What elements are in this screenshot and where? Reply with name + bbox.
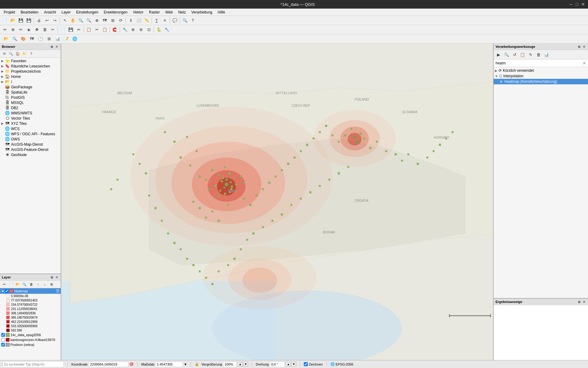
close-button[interactable]: ✕ xyxy=(581,2,586,7)
map-area[interactable]: FRANCE CZECH REP. POLAND SLOVAKIA HUNGAR… xyxy=(61,44,493,360)
layer-item-0[interactable]: 14c_data_epsg2056 xyxy=(0,332,61,337)
log-toggle[interactable]: 📝 xyxy=(62,35,70,43)
browser-item-5[interactable]: 📦 GeoPackage xyxy=(0,84,61,90)
timeline-btn[interactable]: 🕐 xyxy=(37,35,44,43)
save-project-btn[interactable]: 💾 xyxy=(17,17,24,24)
rotation-input[interactable] xyxy=(270,362,285,367)
browser-float-btn[interactable]: ⊞ xyxy=(50,44,54,49)
toggle-edit-btn[interactable]: ✏ xyxy=(75,26,82,33)
scale-dropdown[interactable]: ▼ xyxy=(184,362,187,366)
layer-group-btn[interactable]: ⊞ xyxy=(48,281,55,287)
maximize-button[interactable]: □ xyxy=(575,2,579,7)
epsg-value[interactable]: EPSG:2056 xyxy=(336,362,353,366)
results-toggle[interactable]: 📊 xyxy=(54,35,61,43)
tools-help-btn[interactable]: 📊 xyxy=(543,51,550,58)
tools-run-btn[interactable]: ▶ xyxy=(495,51,502,58)
layer-close-btn[interactable]: ✕ xyxy=(55,275,59,279)
move-up-btn[interactable]: ↑ xyxy=(35,281,41,287)
new-project-btn[interactable]: 📄 xyxy=(1,17,9,24)
rotation-up-btn[interactable]: ▲ xyxy=(286,362,291,367)
browser-item-9[interactable]: 🗄 DB2 xyxy=(0,105,61,110)
server-btn[interactable]: 🌐 xyxy=(71,35,78,43)
render-checkbox[interactable] xyxy=(304,362,308,366)
move-btn[interactable]: ✥ xyxy=(33,26,40,33)
results-float-btn[interactable]: ⊞ xyxy=(577,300,581,304)
tools-edit-btn[interactable]: ✎ xyxy=(527,51,534,58)
copy-btn[interactable]: 📋 xyxy=(101,26,108,33)
recently-used-section[interactable]: ▶ ⟳ Kürzlich verwendet xyxy=(494,68,588,73)
tools-clipboard-btn[interactable]: 📋 xyxy=(519,51,526,58)
identify-btn[interactable]: ℹ xyxy=(127,17,134,24)
node-btn[interactable]: ◈ xyxy=(25,26,32,33)
magnifier-input[interactable] xyxy=(223,362,237,367)
tools-search-clear[interactable]: ✕ xyxy=(582,61,586,66)
open-layer-btn[interactable]: 📂 xyxy=(15,281,21,287)
layer-item-1[interactable]: kantonsgrenzen K4kant19970 xyxy=(0,337,61,342)
coordinate-input[interactable] xyxy=(89,362,128,367)
browser-item-10[interactable]: 🌐 WMS/WMTS xyxy=(0,110,61,116)
select-btn[interactable]: ↖ xyxy=(61,17,69,24)
browser-item-11[interactable]: ⬡ Vector Tiles xyxy=(0,116,61,121)
overview-btn[interactable]: 🗺 xyxy=(28,35,36,43)
delete-btn[interactable]: 🗑 xyxy=(41,26,48,33)
statusbar-search[interactable] xyxy=(2,361,64,367)
save-as-btn[interactable]: 💾 xyxy=(25,17,32,24)
browser-help-btn[interactable]: ? xyxy=(28,51,34,57)
menu-vektor[interactable]: Vektor xyxy=(130,10,146,15)
browser-item-2[interactable]: ▶ 📁 Projektverzeichnis xyxy=(0,69,61,74)
add-point-btn[interactable]: ⊕ xyxy=(9,26,17,33)
processing-toolbox-btn[interactable]: 🔧 xyxy=(163,26,171,33)
cut-btn[interactable]: ✂ xyxy=(93,26,100,33)
results-close-btn[interactable]: ✕ xyxy=(582,300,586,304)
browser-item-12[interactable]: ▶ 🗺 XYZ Tiles xyxy=(0,121,61,126)
browser-item-15[interactable]: 🌐 OWS xyxy=(0,136,61,142)
menu-bearbeiten[interactable]: Bearbeiten xyxy=(18,10,41,15)
browser-item-6[interactable]: 🗄 SpatiaLite xyxy=(0,90,61,95)
buffer-btn[interactable]: ⊛ xyxy=(137,26,145,33)
browser-item-7[interactable]: 🐘 PostGIS xyxy=(0,95,61,100)
menu-einstellungen[interactable]: Einstellungen xyxy=(74,10,101,15)
measure-btn[interactable]: 📏 xyxy=(143,17,150,24)
layer-vis-0[interactable] xyxy=(1,333,5,337)
layer-item-2[interactable]: Positron (retina) xyxy=(0,342,61,347)
map-themes-btn[interactable]: 🎨 xyxy=(20,35,27,43)
layer-item-heatmap[interactable]: ▼ Heatmap ☰ xyxy=(0,288,61,294)
print-btn[interactable]: 🖨 xyxy=(35,17,43,24)
zoom-layer-btn[interactable]: 🗺 xyxy=(101,17,108,24)
menu-hilfe[interactable]: Hilfe xyxy=(215,10,228,15)
digitize-btn[interactable]: ✏ xyxy=(1,26,9,33)
layer-float-btn[interactable]: ⊞ xyxy=(50,275,54,279)
browser-close-btn[interactable]: ✕ xyxy=(55,44,59,49)
map-tip-btn[interactable]: 💬 xyxy=(171,17,179,24)
tools-close-btn[interactable]: ✕ xyxy=(582,44,586,49)
pan-btn[interactable]: ✋ xyxy=(69,17,77,24)
layers-toggle[interactable]: ⊞ xyxy=(45,35,53,43)
merge-btn[interactable]: ⊕ xyxy=(129,26,137,33)
browser-home-btn[interactable]: 🏠 xyxy=(15,51,21,57)
zoom-in-btn[interactable]: 🔍 xyxy=(77,17,85,24)
tools-float-btn[interactable]: ⊞ xyxy=(577,44,581,49)
browser-item-1[interactable]: ▶ 🔖 Räumliche Lesezeichen xyxy=(0,63,61,69)
tools-search-btn2[interactable]: 🔍 xyxy=(503,51,510,58)
browser-item-4[interactable]: ▶ 📂 / xyxy=(0,79,61,84)
browser-toggle[interactable]: 📂 xyxy=(2,35,10,43)
tools-search-input[interactable] xyxy=(496,61,582,65)
scale-input[interactable] xyxy=(155,362,183,367)
menu-projekt[interactable]: Projekt xyxy=(1,10,17,15)
tools-history-btn[interactable]: ↺ xyxy=(511,51,518,58)
delete-layer-btn[interactable]: 🗑 xyxy=(28,281,34,287)
browser-item-8[interactable]: 🗄 MSSQL xyxy=(0,100,61,105)
reshape-btn[interactable]: ⊡ xyxy=(145,26,153,33)
menu-raster[interactable]: Raster xyxy=(146,10,162,15)
edit-layer-btn[interactable]: ✏ xyxy=(1,281,7,287)
zoom-out-btn[interactable]: 🔍 xyxy=(85,17,92,24)
rotation-down-btn[interactable]: ▼ xyxy=(291,362,296,367)
browser-item-14[interactable]: 🌐 WFS / OGC API - Features xyxy=(0,131,61,136)
stats-btn[interactable]: ≡ xyxy=(161,17,168,24)
menu-netz[interactable]: Netz xyxy=(176,10,188,15)
add-layer-btn[interactable]: 📄 xyxy=(8,281,14,287)
open-project-btn[interactable]: 📂 xyxy=(9,17,17,24)
interpolation-section[interactable]: ▼ Q Interpolation xyxy=(494,73,588,79)
menu-layer[interactable]: Layer xyxy=(59,10,73,15)
browser-item-18[interactable]: ❄ GeoNode xyxy=(0,152,61,157)
